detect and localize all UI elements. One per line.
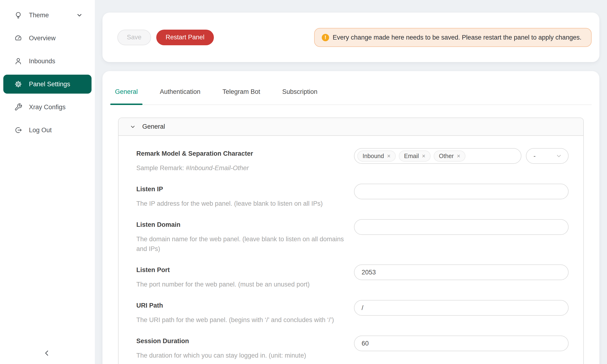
remark-model-tags-input[interactable]: Inbound × Email × Other ×	[354, 148, 521, 164]
field-label: Remark Model & Separation Character	[136, 150, 345, 157]
toolbar-card: Save Restart Panel ! Every change made h…	[102, 13, 599, 62]
separation-character-select[interactable]: -	[526, 148, 568, 164]
form-row-listen-domain: Listen Domain The domain name for the we…	[136, 219, 568, 254]
tab-authentication[interactable]: Authentication	[155, 88, 205, 104]
field-label: Session Duration	[136, 337, 345, 345]
sidebar-item-label: Theme	[29, 12, 49, 19]
sidebar-item-panel-settings[interactable]: Panel Settings	[3, 75, 92, 94]
tag-other: Other ×	[434, 151, 465, 162]
restart-warning-alert: ! Every change made here needs to be sav…	[314, 28, 592, 47]
alert-message: Every change made here needs to be saved…	[333, 32, 581, 42]
sample-remark-prefix: Sample Remark:	[136, 165, 186, 171]
sidebar-item-label: Overview	[29, 35, 56, 42]
field-label: URI Path	[136, 301, 345, 310]
close-icon[interactable]: ×	[422, 153, 426, 159]
general-collapse-panel: General Remark Model & Separation Charac…	[118, 117, 584, 364]
form-row-uri-path: URI Path The URI path for the web panel.…	[136, 300, 568, 325]
sample-remark-value: #Inbound-Email-Other	[186, 165, 249, 171]
user-icon	[14, 57, 29, 65]
close-icon[interactable]: ×	[457, 153, 461, 159]
form-row-listen-ip: Listen IP The IP address for the web pan…	[136, 184, 568, 208]
tab-telegram-bot[interactable]: Telegram Bot	[218, 88, 265, 104]
sidebar-item-overview[interactable]: Overview	[3, 29, 92, 48]
settings-tabs: General Authentication Telegram Bot Subs…	[110, 71, 592, 105]
sidebar-collapse-button[interactable]	[42, 348, 52, 358]
field-description: The domain name for the web panel. (leav…	[136, 234, 345, 254]
session-duration-input[interactable]	[354, 336, 568, 351]
wrench-icon	[14, 103, 29, 111]
sidebar-menu: Theme Overview	[0, 0, 95, 140]
sidebar-item-xray-configs[interactable]: Xray Configs	[3, 98, 92, 117]
sidebar-item-log-out[interactable]: Log Out	[3, 121, 92, 140]
restart-panel-button[interactable]: Restart Panel	[156, 30, 214, 45]
save-button[interactable]: Save	[117, 30, 151, 45]
field-label: Listen Domain	[136, 221, 345, 229]
chevron-left-icon	[42, 348, 52, 358]
tag-inbound: Inbound ×	[357, 151, 396, 162]
sidebar: Theme Overview	[0, 0, 95, 364]
form-row-session-duration: Session Duration The duration for which …	[136, 336, 568, 361]
field-label: Listen IP	[136, 185, 345, 193]
logout-icon	[14, 126, 29, 134]
sidebar-item-label: Log Out	[29, 127, 52, 134]
tag-label: Other	[439, 153, 454, 159]
tag-email: Email ×	[399, 151, 431, 162]
select-value: -	[533, 152, 536, 160]
tag-label: Email	[404, 153, 419, 159]
listen-port-input[interactable]	[354, 264, 568, 280]
gear-icon	[14, 80, 29, 88]
tab-label: Telegram Bot	[222, 88, 260, 95]
form-row-remark-model: Remark Model & Separation Character Samp…	[136, 148, 568, 173]
close-icon[interactable]: ×	[387, 153, 391, 159]
field-description: The URI path for the web panel. (begins …	[136, 315, 345, 325]
field-description: Sample Remark: #Inbound-Email-Other	[136, 163, 345, 173]
general-panel-body: Remark Model & Separation Character Samp…	[119, 136, 583, 364]
general-panel-header[interactable]: General	[119, 118, 583, 136]
panel-title: General	[142, 123, 165, 130]
field-description: The port number for the web panel. (must…	[136, 280, 345, 289]
field-description: The duration for which you can stay logg…	[136, 351, 345, 361]
chevron-down-icon	[130, 123, 136, 130]
sidebar-item-label: Xray Configs	[29, 104, 66, 111]
sidebar-item-label: Inbounds	[29, 58, 55, 65]
main-content: Save Restart Panel ! Every change made h…	[95, 0, 607, 364]
active-tab-ink-bar	[110, 104, 143, 105]
toolbar-buttons: Save Restart Panel	[117, 30, 214, 45]
tab-label: Subscription	[282, 88, 317, 95]
tag-label: Inbound	[363, 153, 384, 159]
tab-subscription[interactable]: Subscription	[277, 88, 322, 104]
listen-ip-input[interactable]	[354, 184, 568, 199]
warning-icon: !	[322, 34, 329, 41]
field-label: Listen Port	[136, 266, 345, 274]
uri-path-input[interactable]	[354, 300, 568, 316]
bulb-icon	[14, 11, 29, 19]
tab-label: Authentication	[160, 88, 200, 95]
dashboard-icon	[14, 34, 29, 42]
form-row-listen-port: Listen Port The port number for the web …	[136, 264, 568, 289]
sidebar-item-theme[interactable]: Theme	[3, 6, 92, 25]
listen-domain-input[interactable]	[354, 219, 568, 235]
settings-card: General Authentication Telegram Bot Subs…	[102, 71, 599, 364]
sidebar-item-inbounds[interactable]: Inbounds	[3, 52, 92, 71]
chevron-down-icon	[555, 152, 562, 159]
tab-label: General	[115, 88, 138, 95]
tab-general[interactable]: General	[110, 88, 143, 104]
field-description: The IP address for the web panel. (leave…	[136, 199, 345, 208]
chevron-down-icon	[76, 12, 83, 19]
sidebar-item-label: Panel Settings	[29, 80, 70, 88]
